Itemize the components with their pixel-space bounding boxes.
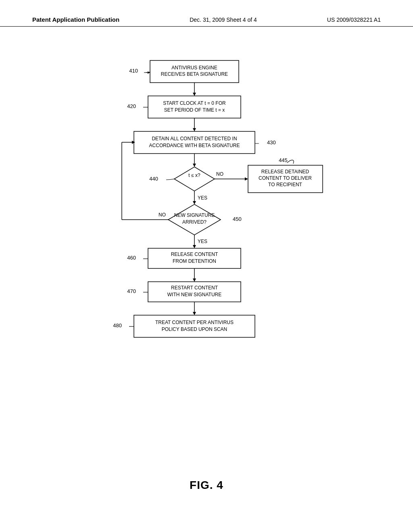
svg-marker-4 — [193, 93, 196, 96]
header-publication-label: Patent Application Publication — [32, 16, 119, 23]
header-date-sheet: Dec. 31, 2009 Sheet 4 of 4 — [190, 17, 257, 23]
svg-text:RELEASE DETAINED: RELEASE DETAINED — [261, 169, 309, 175]
label-460: 460 — [127, 255, 136, 261]
page-header: Patent Application Publication Dec. 31, … — [0, 16, 413, 27]
label-430: 430 — [267, 139, 276, 145]
label-410: 410 — [129, 68, 138, 74]
label-420: 420 — [127, 103, 136, 109]
header-patent-number: US 2009/0328221 A1 — [327, 17, 381, 23]
svg-text:NO: NO — [216, 171, 223, 177]
svg-text:ANTIVIRUS ENGINE: ANTIVIRUS ENGINE — [171, 65, 217, 71]
figure-label: FIG. 4 — [190, 479, 223, 492]
svg-marker-42 — [193, 278, 196, 282]
svg-text:SET PERIOD OF TIME t = x: SET PERIOD OF TIME t = x — [164, 107, 225, 113]
svg-marker-25 — [193, 201, 196, 204]
label-445: 445 — [279, 157, 288, 163]
svg-text:NEW SIGNATURE: NEW SIGNATURE — [174, 212, 215, 218]
label-450: 450 — [233, 216, 242, 222]
svg-marker-9 — [193, 128, 196, 131]
svg-text:FROM DETENTION: FROM DETENTION — [173, 258, 216, 264]
svg-text:TO RECIPIENT: TO RECIPIENT — [268, 182, 302, 187]
label-470: 470 — [127, 288, 136, 294]
svg-marker-18 — [245, 177, 248, 181]
flowchart-diagram: ANTIVIRUS ENGINE RECEIVES BETA SIGNATURE… — [69, 52, 344, 439]
svg-marker-36 — [193, 245, 196, 248]
svg-text:YES: YES — [198, 195, 207, 201]
svg-marker-47 — [193, 312, 196, 315]
label-480: 480 — [113, 322, 122, 328]
svg-text:ACCORDANCE WITH BETA SIGNATURE: ACCORDANCE WITH BETA SIGNATURE — [149, 143, 240, 148]
svg-text:WITH NEW SIGNATURE: WITH NEW SIGNATURE — [167, 292, 221, 297]
svg-text:NO: NO — [159, 212, 166, 218]
svg-text:POLICY BASED UPON SCAN: POLICY BASED UPON SCAN — [162, 326, 227, 332]
svg-text:YES: YES — [198, 239, 207, 244]
svg-text:RECEIVES BETA SIGNATURE: RECEIVES BETA SIGNATURE — [161, 71, 228, 77]
svg-text:DETAIN ALL CONTENT DETECTED IN: DETAIN ALL CONTENT DETECTED IN — [152, 136, 237, 141]
svg-text:RESTART CONTENT: RESTART CONTENT — [171, 285, 218, 291]
svg-text:CONTENT TO DELIVER: CONTENT TO DELIVER — [259, 175, 312, 181]
label-440: 440 — [149, 176, 158, 182]
svg-text:RELEASE CONTENT: RELEASE CONTENT — [171, 251, 218, 257]
svg-text:TREAT CONTENT PER ANTIVIRUS: TREAT CONTENT PER ANTIVIRUS — [155, 320, 234, 325]
svg-marker-15 — [174, 167, 215, 191]
svg-text:t ≤ x?: t ≤ x? — [188, 172, 200, 178]
svg-marker-14 — [193, 164, 196, 167]
svg-text:ARRIVED?: ARRIVED? — [182, 219, 206, 225]
svg-text:START CLOCK AT t = 0 FOR: START CLOCK AT t = 0 FOR — [163, 100, 226, 106]
